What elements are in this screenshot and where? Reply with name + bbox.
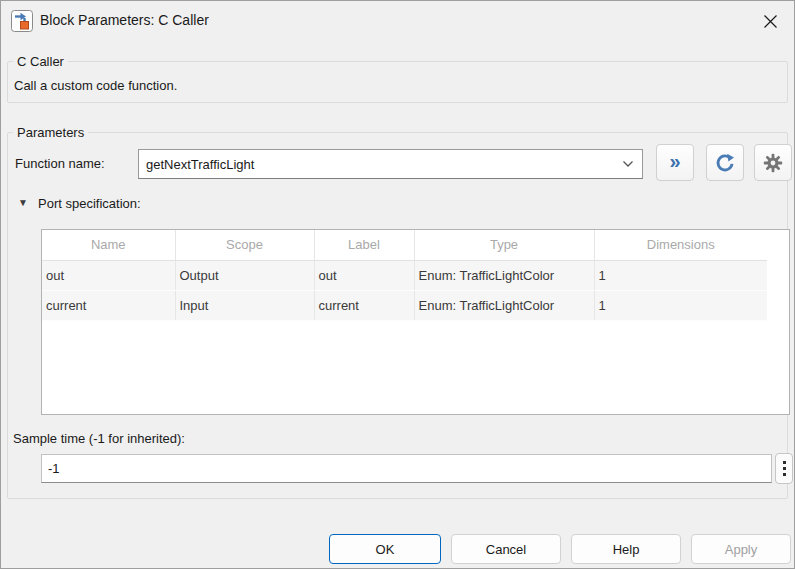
cell-dimensions[interactable]: 1	[594, 260, 767, 290]
cell-dimensions[interactable]: 1	[594, 290, 767, 320]
cancel-button[interactable]: Cancel	[451, 534, 561, 564]
cell-label[interactable]: current	[314, 290, 414, 320]
chevron-down-icon[interactable]	[622, 160, 634, 168]
double-chevron-icon: »	[669, 151, 680, 171]
cell-name[interactable]: out	[42, 260, 175, 290]
sample-time-label: Sample time (-1 for inherited):	[13, 431, 185, 446]
parameters-legend: Parameters	[13, 125, 88, 140]
function-name-input[interactable]	[139, 150, 621, 178]
cell-scope[interactable]: Output	[175, 260, 314, 290]
port-specification-label[interactable]: Port specification:	[38, 196, 141, 211]
column-header-dimensions: Dimensions	[594, 230, 767, 260]
title-bar: Block Parameters: C Caller	[1, 1, 794, 41]
cell-label[interactable]: out	[314, 260, 414, 290]
table-row[interactable]: out Output out Enum: TrafficLightColor 1	[42, 260, 767, 290]
refresh-icon	[714, 152, 736, 174]
column-header-scope: Scope	[175, 230, 314, 260]
sample-time-menu-button[interactable]	[775, 453, 793, 484]
simulink-block-icon	[11, 10, 33, 32]
apply-button[interactable]: Apply	[691, 534, 791, 564]
kebab-dot	[783, 467, 786, 470]
cell-type[interactable]: Enum: TrafficLightColor	[414, 290, 594, 320]
sample-time-input[interactable]	[41, 454, 772, 483]
column-header-label: Label	[314, 230, 414, 260]
expand-editor-button[interactable]: »	[656, 144, 694, 181]
close-button[interactable]	[754, 7, 786, 35]
collapse-triangle-icon[interactable]: ▼	[18, 198, 28, 208]
cell-name[interactable]: current	[42, 290, 175, 320]
column-header-type: Type	[414, 230, 594, 260]
gear-icon	[763, 153, 783, 173]
block-parameters-dialog: Block Parameters: C Caller C Caller Call…	[0, 0, 795, 569]
block-type-legend: C Caller	[13, 54, 68, 69]
block-description: Call a custom code function.	[14, 78, 177, 93]
table-row[interactable]: current Input current Enum: TrafficLight…	[42, 290, 767, 320]
cell-type[interactable]: Enum: TrafficLightColor	[414, 260, 594, 290]
refresh-button[interactable]	[706, 144, 744, 181]
function-name-combobox[interactable]	[138, 149, 643, 179]
kebab-dot	[783, 461, 786, 464]
close-icon	[763, 14, 778, 29]
window-title: Block Parameters: C Caller	[40, 12, 209, 28]
settings-button[interactable]	[754, 144, 792, 181]
port-specification-table: Name Scope Label Type Dimensions out Out…	[41, 229, 790, 415]
help-button[interactable]: Help	[571, 534, 681, 564]
cell-scope[interactable]: Input	[175, 290, 314, 320]
kebab-dot	[783, 473, 786, 476]
table-header-row: Name Scope Label Type Dimensions	[42, 230, 767, 260]
ok-button[interactable]: OK	[329, 534, 441, 564]
column-header-name: Name	[42, 230, 175, 260]
function-name-label: Function name:	[15, 156, 105, 171]
